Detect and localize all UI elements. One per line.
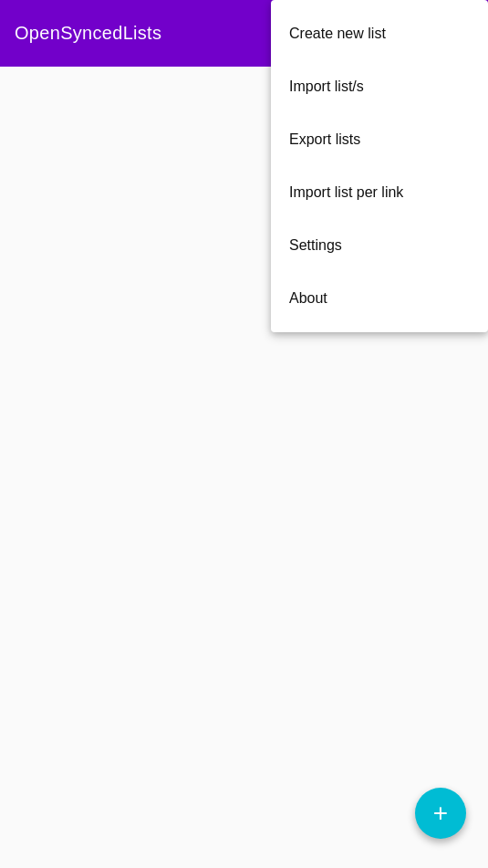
add-icon: +	[433, 800, 448, 826]
app-title: OpenSyncedLists	[15, 23, 161, 44]
menu-item-create-new-list[interactable]: Create new list	[271, 7, 488, 60]
fab-add-button[interactable]: +	[415, 788, 466, 839]
menu-item-export-lists[interactable]: Export lists	[271, 113, 488, 166]
menu-item-about[interactable]: About	[271, 272, 488, 325]
dropdown-menu: Create new list Import list/s Export lis…	[271, 0, 488, 332]
menu-item-import-list-per-link[interactable]: Import list per link	[271, 166, 488, 219]
menu-item-import-lists[interactable]: Import list/s	[271, 60, 488, 113]
menu-item-settings[interactable]: Settings	[271, 219, 488, 272]
